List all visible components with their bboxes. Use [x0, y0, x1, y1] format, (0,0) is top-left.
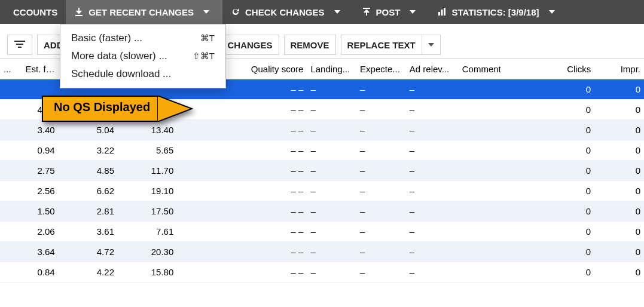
table-cell: – — [356, 140, 406, 161]
table-cell: 2.56 — [15, 181, 58, 201]
table-cell — [459, 79, 517, 100]
table-cell: 0 — [594, 262, 644, 283]
col-quality-score[interactable]: Quality score — [239, 59, 307, 79]
table-cell: – — [307, 181, 356, 201]
table-cell: – — [307, 100, 356, 120]
menu-schedule-download[interactable]: Schedule download ... — [60, 65, 225, 83]
table-cell: – — [307, 79, 356, 100]
table-cell: 17.50 — [118, 201, 177, 222]
col-landing[interactable]: Landing... — [307, 59, 356, 79]
post-label: POST — [376, 7, 401, 17]
table-cell: 15.80 — [118, 262, 177, 283]
remove-button[interactable]: REMOVE — [284, 35, 336, 55]
svg-rect-2 — [438, 12, 440, 16]
table-cell — [459, 201, 517, 222]
table-cell: 19.10 — [118, 181, 177, 201]
table-row[interactable]: 3.405.0413.40– ––––00 — [0, 120, 644, 140]
table-cell: 0 — [594, 242, 644, 262]
table-cell: 3.61 — [59, 222, 118, 242]
table-row[interactable]: 0.943.225.65– ––––00 — [0, 140, 644, 161]
chevron-down-icon — [428, 43, 434, 47]
menu-more-data[interactable]: More data (slower) ... ⇧⌘T — [60, 47, 225, 65]
table-row[interactable]: 2.754.8511.70– ––––00 — [0, 161, 644, 181]
table-cell: – – — [239, 222, 307, 242]
table-cell: – — [307, 242, 356, 262]
table-cell — [15, 79, 58, 100]
table-row[interactable]: 2.063.617.61– ––––00 — [0, 222, 644, 242]
table-cell — [0, 100, 15, 120]
chevron-down-icon — [549, 10, 555, 14]
table-cell: 5.04 — [59, 120, 118, 140]
refresh-icon — [231, 7, 240, 17]
table-row[interactable]: 4.709.4125.60– ––––00 — [0, 100, 644, 120]
col-clicks[interactable]: Clicks — [517, 59, 594, 79]
replace-text-button[interactable]: REPLACE TEXT — [341, 35, 441, 55]
accounts-label: CCOUNTS — [13, 7, 57, 17]
col-impr[interactable]: Impr. — [594, 59, 644, 79]
table-cell: – — [356, 222, 406, 242]
chevron-down-icon — [203, 10, 209, 14]
check-changes-menu[interactable]: CHECK CHANGES — [222, 0, 353, 24]
table-cell: 0 — [517, 201, 594, 222]
svg-rect-5 — [14, 41, 25, 42]
table-cell: – – — [239, 120, 307, 140]
table-cell: 0 — [517, 161, 594, 181]
table-cell: 0 — [517, 222, 594, 242]
table-cell: 0.84 — [15, 262, 58, 283]
table-cell: 0 — [594, 222, 644, 242]
table-cell — [0, 222, 15, 242]
table-cell — [459, 161, 517, 181]
statistics-menu[interactable]: STATISTICS: [3/9/18] — [429, 0, 567, 24]
statistics-dropdown-toggle[interactable] — [544, 0, 560, 24]
col-est1[interactable]: Est. f… — [15, 59, 58, 79]
table-cell: – – — [239, 79, 307, 100]
table-cell: – – — [239, 100, 307, 120]
table-cell — [177, 100, 239, 120]
svg-rect-3 — [441, 10, 443, 16]
replace-dropdown-toggle[interactable] — [422, 35, 434, 54]
table-cell — [177, 222, 239, 242]
table-cell — [0, 242, 15, 262]
table-row[interactable]: 0.844.2215.80– ––––00 — [0, 262, 644, 283]
filter-icon — [14, 39, 26, 51]
table-row[interactable]: 1.502.8117.50– ––––00 — [0, 201, 644, 222]
chevron-down-icon — [410, 10, 416, 14]
table-cell: – — [307, 201, 356, 222]
table-cell: – — [356, 242, 406, 262]
table-row[interactable]: 3.644.7220.30– ––––00 — [0, 242, 644, 262]
filter-button[interactable] — [7, 35, 32, 55]
replace-label: REPLACE TEXT — [347, 40, 416, 50]
table-cell — [177, 181, 239, 201]
table-cell: 25.60 — [118, 100, 177, 120]
check-changes-dropdown-toggle[interactable] — [329, 0, 345, 24]
post-dropdown-toggle[interactable] — [405, 0, 420, 24]
menu-label: Schedule download ... — [71, 68, 171, 80]
menu-basic-faster[interactable]: Basic (faster) ... ⌘T — [60, 29, 225, 47]
table-cell: – — [307, 161, 356, 181]
table-cell: 1.50 — [15, 201, 58, 222]
get-recent-changes-menu[interactable]: GET RECENT CHANGES — [66, 0, 222, 24]
table-cell: 2.06 — [15, 222, 58, 242]
table-row[interactable]: 2.566.6219.10– ––––00 — [0, 181, 644, 201]
col-ad-relevance[interactable]: Ad relev... — [406, 59, 459, 79]
table-cell: – — [356, 201, 406, 222]
post-menu[interactable]: POST — [353, 0, 429, 24]
table-cell: 0 — [594, 161, 644, 181]
col-expected[interactable]: Expecte... — [356, 59, 406, 79]
accounts-menu[interactable]: CCOUNTS — [5, 0, 66, 24]
table-cell: – – — [239, 242, 307, 262]
changes-label: CHANGES — [228, 40, 273, 50]
col-more[interactable]: ... — [0, 59, 15, 79]
statistics-label: STATISTICS: [3/9/18] — [451, 7, 539, 17]
table-cell — [459, 181, 517, 201]
col-comment[interactable]: Comment — [459, 59, 517, 79]
menu-shortcut: ⇧⌘T — [193, 51, 215, 62]
table-cell: 0 — [594, 120, 644, 140]
table-cell: 6.62 — [59, 181, 118, 201]
table-cell: 13.40 — [118, 120, 177, 140]
table-cell: 4.70 — [15, 100, 58, 120]
menu-shortcut: ⌘T — [200, 33, 215, 44]
table-cell: – — [406, 140, 459, 161]
get-recent-dropdown-toggle[interactable] — [199, 0, 214, 24]
changes-button[interactable]: CHANGES — [221, 35, 279, 55]
